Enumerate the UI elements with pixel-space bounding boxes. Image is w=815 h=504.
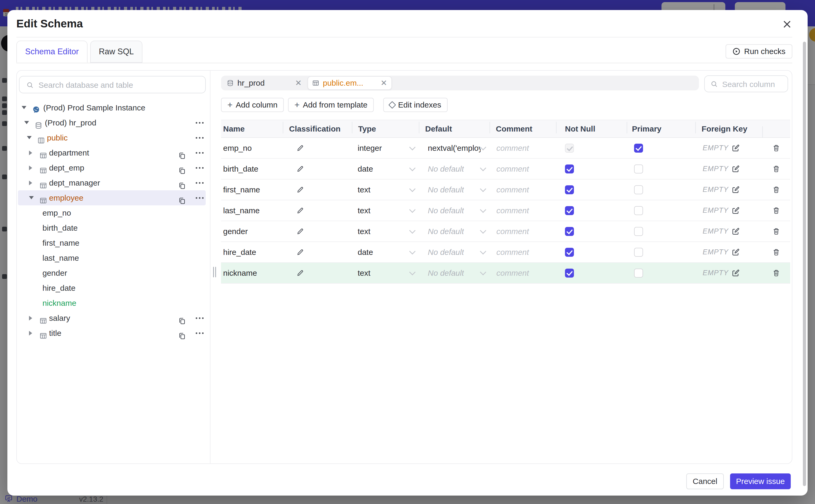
- comment-input[interactable]: comment: [490, 144, 556, 153]
- not-null-checkbox[interactable]: [565, 185, 574, 194]
- more-options-icon[interactable]: [196, 332, 197, 334]
- default-select[interactable]: nextval('employ: [419, 144, 490, 153]
- edit-icon[interactable]: [732, 248, 740, 256]
- edit-icon[interactable]: [732, 144, 740, 152]
- tree-column-birth-date[interactable]: birth_date: [18, 220, 206, 235]
- default-select[interactable]: No default: [419, 206, 490, 215]
- default-select[interactable]: No default: [419, 227, 490, 236]
- close-icon[interactable]: [781, 18, 793, 30]
- column-name[interactable]: nickname: [221, 269, 283, 278]
- trash-icon[interactable]: [773, 144, 780, 152]
- chevron-right-icon[interactable]: [29, 181, 32, 185]
- more-options-icon[interactable]: [196, 122, 197, 124]
- trash-icon[interactable]: [773, 165, 780, 173]
- column-name[interactable]: hire_date: [221, 248, 283, 257]
- comment-input[interactable]: comment: [490, 206, 556, 215]
- tree-item-database[interactable]: (Prod) hr_prod: [18, 115, 206, 130]
- pencil-icon[interactable]: [296, 165, 304, 173]
- dialog-scrollbar[interactable]: [803, 42, 806, 486]
- tree-item-table-dept-emp[interactable]: dept_emp: [18, 160, 206, 175]
- trash-icon[interactable]: [773, 269, 780, 277]
- column-name[interactable]: emp_no: [221, 144, 283, 153]
- cancel-button[interactable]: Cancel: [686, 473, 724, 489]
- not-null-checkbox[interactable]: [565, 248, 574, 257]
- type-select[interactable]: text: [352, 206, 419, 215]
- primary-checkbox[interactable]: [634, 185, 643, 194]
- more-options-icon[interactable]: [196, 182, 197, 184]
- not-null-checkbox[interactable]: [565, 227, 574, 236]
- trash-icon[interactable]: [773, 207, 780, 214]
- tree-column-emp-no[interactable]: emp_no: [18, 205, 206, 220]
- type-select[interactable]: text: [352, 227, 419, 236]
- tree-item-table-employee[interactable]: employee: [18, 190, 206, 205]
- comment-input[interactable]: comment: [490, 164, 556, 173]
- chevron-down-icon[interactable]: [24, 121, 29, 124]
- default-select[interactable]: No default: [419, 248, 490, 257]
- edit-icon[interactable]: [732, 269, 740, 277]
- tree-item-schema-public[interactable]: public: [18, 130, 206, 145]
- tree-column-last-name[interactable]: last_name: [18, 250, 206, 265]
- tree-column-gender[interactable]: gender: [18, 265, 206, 280]
- not-null-checkbox[interactable]: [565, 164, 574, 173]
- copy-icon[interactable]: [178, 329, 186, 344]
- more-options-icon[interactable]: [196, 317, 197, 319]
- chevron-down-icon[interactable]: [22, 106, 26, 109]
- panel-resize-handle[interactable]: [213, 267, 216, 277]
- default-select[interactable]: No default: [419, 164, 490, 173]
- primary-checkbox[interactable]: [634, 206, 643, 215]
- comment-input[interactable]: comment: [490, 227, 556, 236]
- more-options-icon[interactable]: [196, 197, 197, 199]
- type-select[interactable]: date: [352, 248, 419, 257]
- pencil-icon[interactable]: [296, 144, 304, 152]
- tree-column-first-name[interactable]: first_name: [18, 235, 206, 250]
- tab-chip-hr-prod[interactable]: hr_prod ✕: [223, 77, 306, 89]
- type-select[interactable]: integer: [352, 144, 419, 153]
- trash-icon[interactable]: [773, 249, 780, 256]
- pencil-icon[interactable]: [296, 228, 304, 235]
- edit-icon[interactable]: [732, 186, 740, 194]
- comment-input[interactable]: comment: [490, 248, 556, 257]
- not-null-checkbox[interactable]: [565, 206, 574, 215]
- tree-item-instance[interactable]: (Prod) Prod Sample Instance: [18, 100, 206, 115]
- chevron-right-icon[interactable]: [29, 331, 32, 336]
- tree-search-input[interactable]: [37, 77, 203, 93]
- preview-issue-button[interactable]: Preview issue: [730, 473, 791, 489]
- add-from-template-button[interactable]: + Add from template: [288, 98, 374, 112]
- chevron-right-icon[interactable]: [29, 316, 32, 321]
- chevron-right-icon[interactable]: [29, 151, 32, 155]
- more-options-icon[interactable]: [196, 167, 197, 169]
- not-null-checkbox[interactable]: [565, 269, 574, 278]
- chevron-down-icon[interactable]: [29, 196, 34, 199]
- tree-column-nickname-new[interactable]: nickname: [18, 295, 206, 311]
- tree-column-hire-date[interactable]: hire_date: [18, 280, 206, 295]
- primary-checkbox[interactable]: [634, 144, 643, 153]
- pencil-icon[interactable]: [296, 186, 304, 193]
- type-select[interactable]: text: [352, 185, 419, 194]
- primary-checkbox[interactable]: [634, 269, 643, 278]
- chevron-down-icon[interactable]: [27, 136, 32, 139]
- trash-icon[interactable]: [773, 186, 780, 193]
- tab-schema-editor[interactable]: Schema Editor: [16, 41, 88, 63]
- close-icon[interactable]: ✕: [295, 79, 302, 87]
- comment-input[interactable]: comment: [490, 185, 556, 194]
- primary-checkbox[interactable]: [634, 248, 643, 257]
- type-select[interactable]: text: [352, 269, 419, 278]
- trash-icon[interactable]: [773, 228, 780, 235]
- pencil-icon[interactable]: [296, 207, 304, 214]
- type-select[interactable]: date: [352, 164, 419, 173]
- tree-item-table-department[interactable]: department: [18, 145, 206, 160]
- tab-chip-public-employee[interactable]: public.em... ✕: [307, 76, 392, 90]
- pencil-icon[interactable]: [296, 249, 304, 256]
- run-checks-button[interactable]: Run checks: [726, 44, 792, 59]
- edit-icon[interactable]: [732, 227, 740, 235]
- column-name[interactable]: first_name: [221, 185, 283, 194]
- add-column-button[interactable]: + Add column: [221, 98, 284, 112]
- primary-checkbox[interactable]: [634, 227, 643, 236]
- more-options-icon[interactable]: [196, 137, 197, 139]
- tree-item-table-title[interactable]: title: [18, 326, 206, 341]
- tab-raw-sql[interactable]: Raw SQL: [90, 41, 142, 63]
- chevron-right-icon[interactable]: [29, 166, 32, 170]
- primary-checkbox[interactable]: [634, 164, 643, 173]
- edit-icon[interactable]: [732, 207, 740, 215]
- pencil-icon[interactable]: [296, 269, 304, 277]
